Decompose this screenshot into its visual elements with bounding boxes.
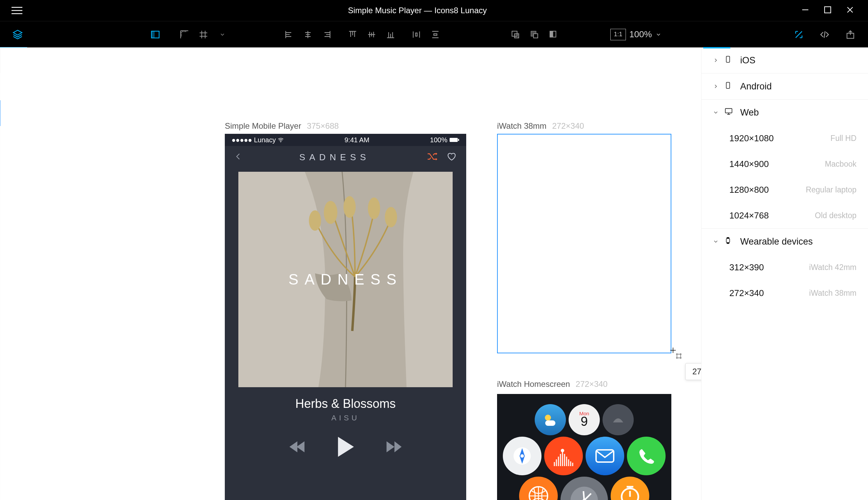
align-hcenter-button[interactable] [298, 25, 318, 44]
code-export-button[interactable] [815, 25, 834, 44]
safari-app-icon [519, 477, 558, 500]
maps-app-icon [503, 437, 542, 475]
chevron-right-icon [713, 57, 719, 63]
preset-item[interactable]: 1280×800Regular laptop [702, 177, 868, 203]
phone-icon [724, 54, 732, 64]
svg-point-110 [521, 454, 524, 458]
grid-dropdown[interactable] [213, 25, 232, 44]
preset-item[interactable]: 1920×1080Full HD [702, 125, 868, 151]
calendar-app-icon: Mon9 [569, 404, 600, 435]
svg-point-25 [385, 207, 397, 227]
svg-rect-19 [449, 138, 458, 142]
window-minimize[interactable] [801, 5, 810, 15]
distribute-v-button[interactable] [426, 25, 445, 44]
phone-app-icon [627, 437, 666, 475]
svg-rect-8 [152, 31, 155, 38]
align-right-button[interactable] [318, 25, 336, 44]
battery-icon [449, 136, 459, 144]
svg-point-23 [344, 196, 356, 218]
zoom-value: 100% [629, 29, 652, 39]
artboard-create-cursor [670, 348, 684, 363]
svg-rect-14 [550, 31, 553, 37]
title-bar: Simple Music Player — Icons8 Lunacy [0, 0, 868, 21]
window-maximize[interactable] [823, 5, 832, 15]
main-area: Pages − ＋ Desktop Player Smartphone & Wa… [0, 47, 868, 500]
phone-nav-bar: SADNESS [225, 146, 466, 168]
watch-icon [724, 236, 732, 245]
svg-rect-112 [596, 450, 614, 462]
chevron-right-icon [713, 83, 719, 89]
hamburger-menu[interactable] [0, 7, 34, 14]
svg-point-108 [545, 414, 551, 421]
favorite-icon[interactable] [447, 152, 457, 162]
weather-app-icon [535, 404, 566, 435]
player-controls [225, 436, 466, 459]
next-icon[interactable] [386, 440, 402, 455]
previous-icon[interactable] [289, 440, 305, 455]
song-info: Herbs & Blossoms AISU [225, 397, 466, 422]
preset-item[interactable]: 272×340iWatch 38mm [702, 280, 868, 306]
chevron-down-icon [713, 110, 719, 115]
create-size-tooltip: 272×340 [685, 363, 701, 380]
preset-item[interactable]: 312×390iWatch 42mm [702, 254, 868, 280]
watch-artboard-selected[interactable] [497, 134, 671, 353]
svg-point-24 [368, 197, 380, 219]
distribute-h-button[interactable] [407, 25, 426, 44]
align-bottom-button[interactable] [381, 25, 400, 44]
category-wearable[interactable]: Wearable devices [702, 229, 868, 254]
nightstand-app-icon [602, 404, 634, 435]
zoom-actual-button[interactable]: 1:1 [610, 29, 626, 40]
zoom-dropdown[interactable]: 100% [629, 29, 661, 39]
desktop-icon [724, 107, 733, 116]
svg-point-26 [309, 211, 321, 231]
phone-icon [724, 80, 732, 90]
resize-panel-button[interactable] [789, 25, 808, 44]
back-icon[interactable] [234, 152, 243, 162]
align-left-button[interactable] [279, 25, 298, 44]
phone-artboard[interactable]: ●●●●● Lunacy 9:41 AM 100% SADNESS [225, 134, 466, 500]
chevron-down-icon [713, 238, 719, 245]
svg-rect-12 [534, 34, 538, 38]
category-ios[interactable]: iOS [702, 47, 868, 73]
boolean-union-button[interactable] [506, 25, 525, 44]
phone-status-bar: ●●●●● Lunacy 9:41 AM 100% [225, 134, 466, 146]
waveform [225, 493, 466, 500]
command-bar: 1:1 100% [0, 21, 868, 47]
window-title: Simple Music Player — Icons8 Lunacy [34, 6, 801, 15]
shuffle-icon[interactable] [427, 152, 438, 162]
svg-rect-20 [458, 139, 459, 141]
svg-point-111 [561, 449, 564, 452]
category-web[interactable]: Web [702, 100, 868, 125]
preset-item[interactable]: 1024×768Old desktop [702, 203, 868, 228]
canvas[interactable]: Simple Mobile Player 375×688 ●●●●● Lunac… [0, 47, 701, 500]
svg-rect-6 [825, 7, 831, 13]
mail-app-icon [586, 437, 624, 475]
clock-app-icon [560, 477, 608, 500]
svg-point-22 [324, 201, 337, 224]
category-android[interactable]: Android [702, 73, 868, 99]
artboard-label[interactable]: Simple Mobile Player 375×688 [225, 121, 339, 131]
inspector-tab-underline [703, 47, 730, 48]
window-close[interactable] [846, 5, 855, 15]
align-vcenter-button[interactable] [362, 25, 381, 44]
svg-rect-10 [515, 34, 519, 38]
album-cover: SADNESS [238, 172, 453, 387]
watch-home-artboard[interactable]: Mon9 [497, 394, 671, 500]
play-icon[interactable] [336, 436, 355, 459]
timer-app-icon [611, 477, 649, 500]
music-app-icon [544, 437, 583, 475]
preset-item[interactable]: 1440×900Macbook [702, 151, 868, 177]
align-top-button[interactable] [343, 25, 362, 44]
rulers-button[interactable] [175, 25, 194, 44]
artboard-presets-panel: iOS Android Web 1920×1080Full HD 1440×90… [701, 47, 868, 500]
artboard-label[interactable]: iWatch Homescreen 272×340 [497, 379, 608, 389]
boolean-intersect-button[interactable] [544, 25, 563, 44]
grid-button[interactable] [194, 25, 213, 44]
share-button[interactable] [841, 25, 860, 44]
cover-overlay-text: SADNESS [289, 271, 402, 288]
boolean-subtract-button[interactable] [525, 25, 544, 44]
layers-tab[interactable] [8, 25, 27, 44]
panel-toggle[interactable] [146, 25, 165, 44]
artboard-label[interactable]: iWatch 38mm 272×340 [497, 121, 584, 131]
hamburger-icon [12, 7, 22, 14]
